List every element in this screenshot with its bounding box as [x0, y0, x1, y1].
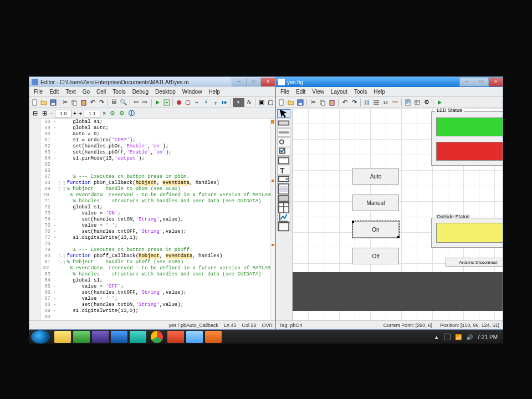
menu-edit[interactable]: Edit [293, 89, 309, 95]
panel-led-status[interactable]: LED Status [431, 111, 503, 166]
layout-canvas[interactable]: LED Status Auto Manual On Off Outside St… [293, 108, 503, 320]
undock-icon[interactable]: ▢ [267, 98, 275, 107]
menu-help[interactable]: Help [370, 89, 388, 95]
code-line[interactable]: 63- set(handles.pbOff,'Enable','on'); [40, 150, 270, 156]
save-icon[interactable] [49, 98, 57, 107]
code-line[interactable]: 71 % handles structure with handles and … [40, 198, 270, 204]
code-line[interactable]: 65 [40, 162, 270, 168]
editor-titlebar[interactable]: Editor - C:\Users\ZeroEnterprise\Documen… [29, 77, 275, 87]
cell-multiplier-a[interactable]: 1.0 [55, 110, 71, 117]
menu-editor-icon[interactable] [372, 98, 381, 107]
redo-icon[interactable]: ↷ [98, 98, 106, 107]
code-line[interactable]: 89- s1.digitalWrite(13,0); [40, 308, 270, 314]
led-green-swatch[interactable] [436, 117, 503, 136]
code-line[interactable]: 83 % handles structure with handles and … [40, 272, 270, 278]
print-icon[interactable] [110, 98, 118, 107]
code-line[interactable]: 87- value = ' '; [40, 296, 270, 302]
off-button[interactable]: Off [352, 248, 399, 264]
cut-icon[interactable]: ✂ [61, 98, 69, 107]
object-browser-icon[interactable]: ⚙ [422, 98, 431, 107]
message-strip[interactable] [270, 119, 275, 320]
taskbar-media-icon[interactable] [167, 331, 184, 343]
step-out-icon[interactable] [211, 98, 219, 107]
minimize-button[interactable]: – [232, 78, 246, 86]
maximize-button[interactable]: □ [474, 78, 488, 86]
menu-go[interactable]: Go [79, 89, 93, 95]
menu-view[interactable]: View [309, 89, 328, 95]
tray-clock[interactable]: 7:21 PM [477, 334, 498, 340]
save-gui-icon[interactable] [296, 98, 305, 107]
on-button[interactable]: On [352, 221, 399, 238]
arduino-disconnect-button[interactable]: Arduino Disconnect [446, 258, 503, 267]
taskbar-explorer-icon[interactable] [54, 331, 71, 343]
start-button[interactable] [31, 330, 50, 344]
stack-dropdown-icon[interactable]: ▾ [233, 98, 244, 107]
code-line[interactable]: 76- set(handles.txtOFF,'String',value); [40, 229, 270, 235]
code-line[interactable]: 64- s1.pinMode(13,'output'); [40, 156, 270, 162]
tray-arrow-icon[interactable]: ▲ [434, 334, 439, 340]
open-gui-icon[interactable] [287, 98, 295, 107]
code-line[interactable]: 58- global s1; [40, 119, 270, 125]
run-icon[interactable] [153, 98, 161, 107]
manual-button[interactable]: Manual [352, 195, 399, 211]
code-line[interactable]: 82 % eventdata reserved - to be defined … [40, 265, 270, 272]
find-icon[interactable]: 🔍 [119, 98, 128, 107]
taskbar-app2-icon[interactable] [111, 331, 127, 343]
open-file-icon[interactable] [39, 98, 48, 107]
code-line[interactable]: 85- value = 'OFF'; [40, 284, 270, 290]
code-line[interactable]: 59- global auto; [40, 125, 270, 131]
code-line[interactable]: 80 [-] function pbOff_Callback(hObject, … [40, 253, 270, 259]
led-red-swatch[interactable] [436, 142, 503, 161]
taskbar-app3-icon[interactable] [130, 331, 146, 343]
tab-order-icon[interactable]: 12 [381, 98, 390, 107]
tray-action-center-icon[interactable] [444, 334, 451, 340]
code-line[interactable]: 66 [40, 168, 270, 174]
code-line[interactable]: 84- global s1; [40, 278, 270, 284]
menu-edit[interactable]: Edit [46, 89, 62, 95]
dock-icon[interactable]: ▣ [257, 98, 265, 107]
code-line[interactable]: 79 % --- Executes on button press in pbO… [40, 247, 270, 253]
eval-cell-icon[interactable]: ⚙ [108, 109, 117, 118]
menu-help[interactable]: Help [205, 89, 223, 95]
copy-icon[interactable] [318, 98, 327, 107]
info-icon[interactable]: ⓘ [127, 109, 136, 118]
code-line[interactable]: 69 [-] % hObject handle to pbOn (see GCB… [40, 186, 270, 192]
menu-cell[interactable]: Cell [93, 89, 109, 95]
code-line[interactable]: 88- set(handles.txtON,'String',value); [40, 302, 270, 308]
menu-file[interactable]: File [277, 89, 293, 95]
code-line[interactable]: 78 [40, 241, 270, 247]
outside-yellow-swatch[interactable] [436, 223, 503, 243]
code-line[interactable]: 73- value = 'ON'; [40, 211, 270, 217]
breakpoint-gutter[interactable] [29, 119, 40, 320]
code-line[interactable]: 81 [-] % hObject handle to pbOff (see GC… [40, 259, 270, 265]
menu-tools[interactable]: Tools [351, 89, 370, 95]
code-line[interactable]: 90 [40, 314, 270, 320]
code-line[interactable]: 68 [-] function pbOn_Callback(hObject, e… [40, 180, 270, 186]
redo-icon[interactable]: ↷ [350, 98, 359, 107]
menu-window[interactable]: Window [179, 89, 206, 95]
new-gui-icon[interactable] [277, 98, 286, 107]
taskbar-chrome-icon[interactable] [149, 331, 165, 343]
function-hints-icon[interactable]: fx [245, 98, 253, 107]
guide-titlebar[interactable]: yes.fig – □ × [276, 77, 503, 87]
breakpoint-set-icon[interactable] [175, 98, 183, 107]
close-button[interactable]: × [488, 78, 503, 86]
step-icon[interactable] [193, 98, 201, 107]
tray-network-icon[interactable]: 📶 [455, 334, 462, 340]
mfile-editor-icon[interactable] [403, 98, 412, 107]
code-line[interactable]: 67 % --- Executes on button press in pbO… [40, 174, 270, 180]
back-icon[interactable]: ⇦ [132, 98, 140, 107]
code-line[interactable]: 61- s1 = arduino('COM7'); [40, 137, 270, 144]
code-line[interactable]: 75- value = ' '; [40, 223, 270, 229]
close-button[interactable]: × [260, 78, 275, 86]
cell-multiplier-b[interactable]: 1.1 [84, 110, 100, 117]
continue-icon[interactable] [220, 98, 228, 107]
menu-file[interactable]: File [30, 89, 46, 95]
eval-advance-icon[interactable]: ⚙ [117, 109, 126, 118]
new-file-icon[interactable] [30, 98, 39, 107]
figure-dark-region[interactable] [293, 272, 503, 311]
cut-icon[interactable]: ✂ [309, 98, 318, 107]
cell-prev-icon[interactable]: ⊟ [30, 109, 39, 118]
menu-text[interactable]: Text [62, 89, 79, 95]
panel-tool-icon[interactable] [277, 222, 290, 231]
